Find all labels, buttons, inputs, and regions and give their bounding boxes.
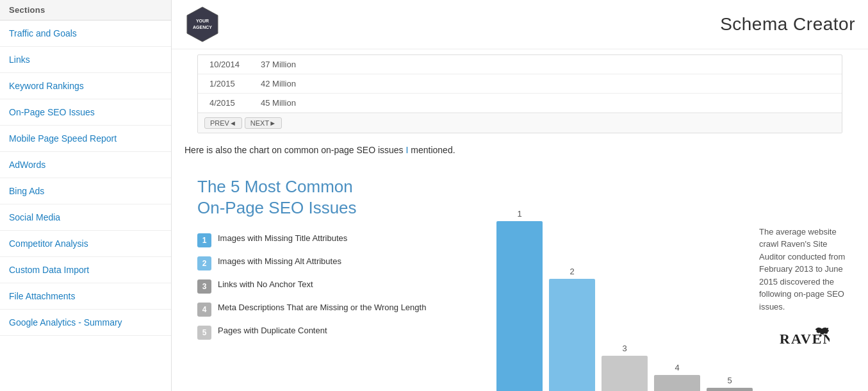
sidebar-item-custom-data-import[interactable]: Custom Data Import xyxy=(0,257,171,283)
bar-label-2: 2 xyxy=(569,267,574,276)
sidebar-item-file-attachments[interactable]: File Attachments xyxy=(0,283,171,310)
sections-header: Sections xyxy=(0,0,171,21)
legend-item-5: 5 Pages with Duplicate Content xyxy=(197,326,477,340)
table-row: 4/2015 45 Million xyxy=(198,94,842,113)
table-cell-date: 10/2014 xyxy=(204,58,256,71)
bar-wrapper-4: 4 xyxy=(654,189,700,391)
table-cell-date: 1/2015 xyxy=(204,78,256,90)
bar-wrapper-5: 5 xyxy=(707,189,753,391)
svg-marker-0 xyxy=(187,7,218,42)
bar-3 xyxy=(602,356,648,391)
bar-wrapper-3: 3 xyxy=(602,189,648,391)
chart-note-text: The average website crawl Raven's Site A… xyxy=(759,226,849,313)
legend-item-1: 1 Images with Missing Title Attributes xyxy=(197,233,477,247)
sidebar-item-adwords[interactable]: AdWords xyxy=(0,152,171,178)
bar-label-5: 5 xyxy=(727,376,732,385)
chart-title: The 5 Most CommonOn-Page SEO Issues xyxy=(197,176,477,218)
agency-hexagon-icon: YOUR AGENCY xyxy=(186,6,219,43)
bar-label-3: 3 xyxy=(622,344,626,353)
intro-text-after: mentioned. xyxy=(408,145,455,155)
table-cell-value: 42 Million xyxy=(256,78,301,90)
bar-wrapper-2: 2 xyxy=(549,189,595,391)
table-row: 10/2014 37 Million xyxy=(198,55,842,74)
sidebar-item-google-analytics-summary[interactable]: Google Analytics - Summary xyxy=(0,310,171,336)
svg-text:YOUR: YOUR xyxy=(196,19,209,23)
legend-num-5: 5 xyxy=(197,326,211,340)
raven-logo-svg: RAVEN xyxy=(778,326,830,351)
main-content: YOUR AGENCY Schema Creator 10/2014 37 Mi… xyxy=(172,0,868,391)
raven-logo: RAVEN xyxy=(759,326,849,351)
table-nav: PREV◄ NEXT► xyxy=(198,113,842,133)
legend-num-2: 2 xyxy=(197,256,211,270)
table-cell-value: 45 Million xyxy=(256,97,301,109)
table-cell-value: 37 Million xyxy=(256,58,301,71)
prev-button[interactable]: PREV◄ xyxy=(204,117,242,129)
legend-label-2: Images with Missing Alt Attributes xyxy=(218,256,341,266)
bar-2 xyxy=(549,279,595,391)
legend-item-4: 4 Meta Descriptions That are Missing or … xyxy=(197,303,477,317)
sidebar-item-competitor-analysis[interactable]: Competitor Analysis xyxy=(0,231,171,257)
legend-label-1: Images with Missing Title Attributes xyxy=(218,233,347,243)
schema-creator-title: Schema Creator xyxy=(720,14,855,35)
agency-logo: YOUR AGENCY xyxy=(184,6,220,42)
table-row: 1/2015 42 Million xyxy=(198,74,842,94)
sidebar-item-links[interactable]: Links xyxy=(0,47,171,73)
sidebar-item-bing-ads[interactable]: Bing Ads xyxy=(0,178,171,204)
legend-list: 1 Images with Missing Title Attributes 2… xyxy=(197,233,477,340)
table-cell-date: 4/2015 xyxy=(204,97,256,109)
sidebar-item-social-media[interactable]: Social Media xyxy=(0,204,171,231)
sidebar: Sections Traffic and Goals Links Keyword… xyxy=(0,0,172,391)
legend-item-2: 2 Images with Missing Alt Attributes xyxy=(197,256,477,270)
legend-num-1: 1 xyxy=(197,233,211,247)
chart-note: The average website crawl Raven's Site A… xyxy=(753,163,855,391)
bar-label-1: 1 xyxy=(517,209,521,219)
bar-label-4: 4 xyxy=(675,363,679,372)
sidebar-item-on-page-seo[interactable]: On-Page SEO Issues xyxy=(0,99,171,126)
intro-text-before: Here is also the chart on common on-page… xyxy=(184,145,406,155)
next-button[interactable]: NEXT► xyxy=(245,117,282,129)
chart-container: The 5 Most CommonOn-Page SEO Issues 1 Im… xyxy=(184,163,855,391)
sidebar-item-keyword-rankings[interactable]: Keyword Rankings xyxy=(0,73,171,99)
legend-label-4: Meta Descriptions That are Missing or th… xyxy=(218,303,426,312)
data-table: 10/2014 37 Million 1/2015 42 Million 4/2… xyxy=(197,54,842,133)
legend-num-4: 4 xyxy=(197,303,211,317)
sidebar-nav: Traffic and Goals Links Keyword Rankings… xyxy=(0,21,171,336)
chart-bars-area: 1 2 3 4 5 xyxy=(484,163,753,391)
bar-1 xyxy=(496,221,543,391)
legend-label-3: Links with No Anchor Text xyxy=(218,279,313,289)
data-table-container: 10/2014 37 Million 1/2015 42 Million 4/2… xyxy=(184,54,855,133)
sidebar-item-mobile-page-speed[interactable]: Mobile Page Speed Report xyxy=(0,126,171,152)
svg-text:AGENCY: AGENCY xyxy=(193,25,212,29)
legend-num-3: 3 xyxy=(197,279,211,294)
bar-4 xyxy=(654,375,700,391)
legend-label-5: Pages with Duplicate Content xyxy=(218,326,327,335)
bar-wrapper-1: 1 xyxy=(496,189,543,391)
bar-5 xyxy=(707,388,753,391)
legend-item-3: 3 Links with No Anchor Text xyxy=(197,279,477,294)
top-bar: YOUR AGENCY Schema Creator xyxy=(172,0,868,49)
intro-paragraph: Here is also the chart on common on-page… xyxy=(184,144,855,157)
sidebar-item-traffic-goals[interactable]: Traffic and Goals xyxy=(0,21,171,47)
bars-group: 1 2 3 4 5 xyxy=(484,189,753,391)
chart-left: The 5 Most CommonOn-Page SEO Issues 1 Im… xyxy=(184,163,484,391)
